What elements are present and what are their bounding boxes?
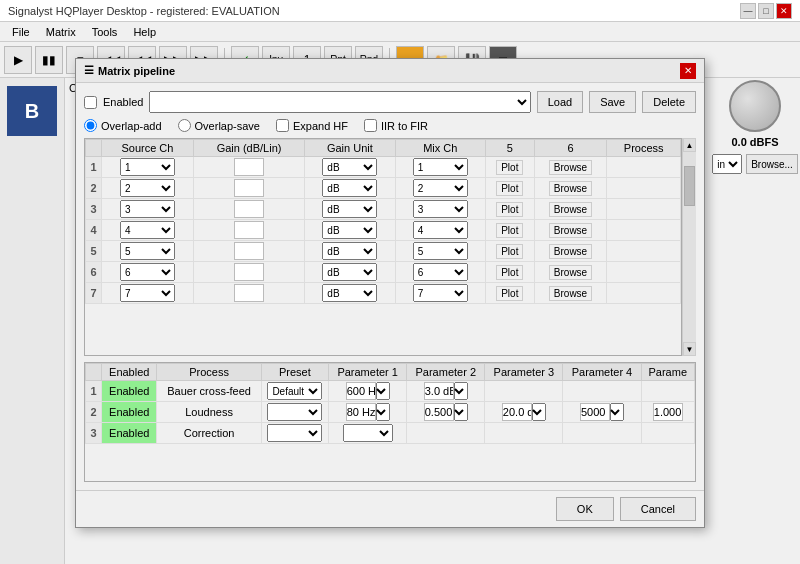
menu-tools[interactable]: Tools	[84, 22, 126, 41]
maximize-button[interactable]: □	[758, 3, 774, 19]
plot-button[interactable]: Plot	[496, 286, 523, 301]
enabled-checkbox[interactable]	[84, 96, 97, 109]
source-ch-select[interactable]: 2	[120, 179, 175, 197]
plot-button[interactable]: Plot	[496, 202, 523, 217]
gain-input[interactable]	[234, 200, 264, 218]
plot-button[interactable]: Plot	[496, 244, 523, 259]
source-ch-select[interactable]: 6	[120, 263, 175, 281]
gain-unit-cell[interactable]: dB	[305, 262, 395, 283]
load-button[interactable]: Load	[537, 91, 583, 113]
gain-unit-cell[interactable]: dB	[305, 157, 395, 178]
source-ch-select[interactable]: 5	[120, 242, 175, 260]
pipeline-dropdown[interactable]	[149, 91, 530, 113]
gain-unit-select[interactable]: dB	[322, 158, 377, 176]
window-controls[interactable]: — □ ✕	[740, 3, 792, 19]
param5-cell[interactable]	[641, 402, 694, 423]
param5-cell[interactable]	[641, 381, 694, 402]
cancel-button[interactable]: Cancel	[620, 497, 696, 521]
scroll-down-arrow[interactable]: ▼	[683, 342, 696, 356]
menu-matrix[interactable]: Matrix	[38, 22, 84, 41]
plot-cell[interactable]: Plot	[486, 262, 535, 283]
param2-cell[interactable]	[407, 402, 485, 423]
top-table-scrollbar[interactable]: ▲ ▼	[682, 138, 696, 356]
param1-cell[interactable]	[329, 381, 407, 402]
expand-hf-option[interactable]: Expand HF	[276, 119, 348, 132]
play-button[interactable]: ▶	[4, 46, 32, 74]
close-button[interactable]: ✕	[776, 3, 792, 19]
gain-unit-select[interactable]: dB	[322, 200, 377, 218]
gain-unit-cell[interactable]: dB	[305, 199, 395, 220]
param5-input[interactable]	[653, 403, 683, 421]
gain-unit-cell[interactable]: dB	[305, 178, 395, 199]
mix-ch-cell[interactable]: 2	[395, 178, 485, 199]
browse-cell[interactable]: Browse	[534, 199, 607, 220]
preset-cell[interactable]: Default	[261, 381, 328, 402]
mix-ch-cell[interactable]: 1	[395, 157, 485, 178]
menu-help[interactable]: Help	[125, 22, 164, 41]
plot-cell[interactable]: Plot	[486, 157, 535, 178]
top-table-container[interactable]: Source Ch Gain (dB/Lin) Gain Unit Mix Ch…	[84, 138, 682, 356]
mix-ch-select[interactable]: 5	[413, 242, 468, 260]
gain-cell[interactable]	[193, 262, 304, 283]
source-ch-cell[interactable]: 1	[102, 157, 194, 178]
preset-cell[interactable]	[261, 402, 328, 423]
gain-cell[interactable]	[193, 220, 304, 241]
param2-input[interactable]	[424, 382, 454, 400]
source-ch-select[interactable]: 1	[120, 158, 175, 176]
browse-cell[interactable]: Browse	[534, 262, 607, 283]
overlap-save-option[interactable]: Overlap-save	[178, 119, 260, 132]
param3-cell[interactable]	[485, 402, 563, 423]
bottom-table-container[interactable]: Enabled Process Preset Parameter 1 Param…	[84, 362, 696, 482]
param2-input[interactable]	[424, 403, 454, 421]
delete-button[interactable]: Delete	[642, 91, 696, 113]
gain-input[interactable]	[234, 158, 264, 176]
scroll-thumb[interactable]	[684, 166, 695, 206]
gain-input[interactable]	[234, 263, 264, 281]
gain-cell[interactable]	[193, 241, 304, 262]
source-ch-cell[interactable]: 5	[102, 241, 194, 262]
input-select[interactable]: in	[712, 154, 742, 174]
gain-unit-select[interactable]: dB	[322, 284, 377, 302]
gain-unit-cell[interactable]: dB	[305, 241, 395, 262]
gain-input[interactable]	[234, 221, 264, 239]
mix-ch-cell[interactable]: 3	[395, 199, 485, 220]
param5-cell[interactable]	[641, 423, 694, 444]
source-ch-select[interactable]: 7	[120, 284, 175, 302]
param1-cell[interactable]	[329, 423, 407, 444]
param4-input[interactable]	[580, 403, 610, 421]
mix-ch-select[interactable]: 2	[413, 179, 468, 197]
browse-cell[interactable]: Browse	[534, 241, 607, 262]
browse-right-button[interactable]: Browse...	[746, 154, 798, 174]
gain-cell[interactable]	[193, 199, 304, 220]
browse-button[interactable]: Browse	[549, 181, 592, 196]
browse-button[interactable]: Browse	[549, 202, 592, 217]
browse-cell[interactable]: Browse	[534, 157, 607, 178]
gain-input[interactable]	[234, 242, 264, 260]
gain-unit-select[interactable]: dB	[322, 221, 377, 239]
plot-button[interactable]: Plot	[496, 223, 523, 238]
source-ch-cell[interactable]: 6	[102, 262, 194, 283]
mix-ch-select[interactable]: 3	[413, 200, 468, 218]
mix-ch-select[interactable]: 1	[413, 158, 468, 176]
param1-input[interactable]	[346, 403, 376, 421]
menu-file[interactable]: File	[4, 22, 38, 41]
mix-ch-cell[interactable]: 4	[395, 220, 485, 241]
pause-button[interactable]: ▮▮	[35, 46, 63, 74]
gain-unit-cell[interactable]: dB	[305, 220, 395, 241]
plot-button[interactable]: Plot	[496, 160, 523, 175]
gain-unit-select[interactable]: dB	[322, 263, 377, 281]
minimize-button[interactable]: —	[740, 3, 756, 19]
mix-ch-cell[interactable]: 5	[395, 241, 485, 262]
overlap-add-option[interactable]: Overlap-add	[84, 119, 162, 132]
param4-cell[interactable]	[563, 402, 641, 423]
param3-cell[interactable]	[485, 423, 563, 444]
mix-ch-select[interactable]: 7	[413, 284, 468, 302]
param2-cell[interactable]	[407, 423, 485, 444]
mix-ch-cell[interactable]: 7	[395, 283, 485, 304]
gain-cell[interactable]	[193, 178, 304, 199]
gain-cell[interactable]	[193, 157, 304, 178]
gain-input[interactable]	[234, 284, 264, 302]
source-ch-cell[interactable]: 3	[102, 199, 194, 220]
gain-cell[interactable]	[193, 283, 304, 304]
plot-cell[interactable]: Plot	[486, 199, 535, 220]
